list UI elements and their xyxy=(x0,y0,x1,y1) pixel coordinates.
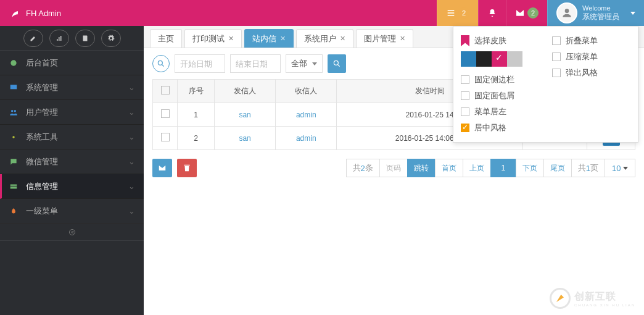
tab-2[interactable]: 站内信✕ xyxy=(244,29,294,48)
svg-point-9 xyxy=(334,61,338,65)
sidebar-item-label: 一级菜单 xyxy=(26,206,58,217)
sidebar-item-label: 系统工具 xyxy=(26,132,58,143)
opt-collapse-menu[interactable]: 折叠菜单 xyxy=(552,33,631,49)
pager-first[interactable]: 首页 xyxy=(435,159,463,177)
pager-last[interactable]: 尾页 xyxy=(543,159,572,177)
shortcut-book[interactable] xyxy=(75,30,95,47)
col-1: 序号 xyxy=(178,80,215,103)
shortcut-stats[interactable] xyxy=(49,30,69,47)
search-icon xyxy=(332,59,341,68)
checkbox-icon xyxy=(461,107,469,116)
brand[interactable]: FH Admin xyxy=(0,7,71,19)
refresh-button[interactable] xyxy=(152,55,170,72)
shortcut-bar xyxy=(0,26,144,51)
skin-label: 选择皮肤 xyxy=(474,35,506,46)
sidebar-item-label: 后台首页 xyxy=(26,57,58,69)
sidebar-item-5[interactable]: 信息管理⌄ xyxy=(0,174,144,199)
shortcut-edit[interactable] xyxy=(23,30,43,47)
bookmark-icon xyxy=(461,35,469,46)
svg-rect-2 xyxy=(10,85,17,89)
skin-row: 选择皮肤 xyxy=(461,33,540,49)
opt-popup-style[interactable]: 弹出风格 xyxy=(552,65,631,81)
cell-from[interactable]: san xyxy=(215,127,276,150)
settings-popover: 选择皮肤 固定侧边栏 固定面包屑 菜单居左 居中风格 折叠菜单 压缩菜单 弹出风… xyxy=(453,26,638,143)
caret-down-icon xyxy=(623,167,628,170)
svg-point-3 xyxy=(11,109,14,112)
settings-col-right: 折叠菜单 压缩菜单 弹出风格 xyxy=(552,33,631,136)
brand-text: FH Admin xyxy=(26,9,61,18)
checkbox-icon[interactable] xyxy=(161,109,170,118)
tasks-badge: 2 xyxy=(458,7,469,19)
swatch-dark[interactable] xyxy=(476,51,492,67)
pager-prev[interactable]: 上页 xyxy=(463,159,491,177)
swatch-grey[interactable] xyxy=(507,51,522,67)
pager-pages: 共1页 xyxy=(571,159,605,177)
search-icon xyxy=(157,59,165,68)
opt-compact-menu[interactable]: 压缩菜单 xyxy=(552,49,631,65)
welcome-block: Welcome 系统管理员 xyxy=(582,4,619,22)
tab-4[interactable]: 图片管理✕ xyxy=(356,29,413,48)
desk-icon xyxy=(9,83,19,93)
opt-fixed-breadcrumb[interactable]: 固定面包屑 xyxy=(461,88,540,104)
welcome-label: Welcome xyxy=(582,4,619,12)
sidebar-item-0[interactable]: 后台首页 xyxy=(0,51,144,75)
tab-3[interactable]: 系统用户✕ xyxy=(296,29,353,48)
pager-next[interactable]: 下页 xyxy=(516,159,544,177)
close-icon[interactable]: ✕ xyxy=(228,35,234,43)
start-date-input[interactable] xyxy=(175,54,225,73)
close-icon[interactable]: ✕ xyxy=(400,35,405,43)
swatch-blue[interactable] xyxy=(461,51,476,67)
search-button[interactable] xyxy=(328,54,346,73)
end-date-input[interactable] xyxy=(230,54,281,73)
cell-from[interactable]: san xyxy=(215,103,276,127)
sidebar-collapse[interactable] xyxy=(0,224,144,241)
pager-size-select[interactable]: 10 xyxy=(605,159,635,177)
shortcut-settings[interactable] xyxy=(101,30,121,47)
pager-total: 共2条 xyxy=(346,159,380,177)
chevron-down-icon: ⌄ xyxy=(128,132,135,141)
pager: 共2条 跳转 首页 上页 1 下页 尾页 共1页 10 xyxy=(347,159,635,177)
close-icon[interactable]: ✕ xyxy=(340,35,345,43)
sidebar-item-6[interactable]: 一级菜单⌄ xyxy=(0,199,144,224)
checkbox-icon[interactable] xyxy=(161,86,170,94)
filter-select[interactable]: 全部 xyxy=(286,54,323,73)
sidebar-item-label: 信息管理 xyxy=(26,181,58,192)
opt-menu-left[interactable]: 菜单居左 xyxy=(461,104,540,120)
cell-to[interactable]: admin xyxy=(276,103,337,127)
opt-center-style[interactable]: 居中风格 xyxy=(461,120,540,136)
close-icon[interactable]: ✕ xyxy=(280,35,286,43)
messages-badge: 2 xyxy=(527,7,539,19)
role-label: 系统管理员 xyxy=(582,12,619,21)
envelope-icon xyxy=(515,8,525,18)
sidebar-item-3[interactable]: 系统工具⌄ xyxy=(0,125,144,149)
tasks-button[interactable]: 2 xyxy=(437,0,478,26)
chat-icon xyxy=(9,157,19,167)
opt-fixed-sidebar[interactable]: 固定侧边栏 xyxy=(461,72,540,88)
cell-no: 1 xyxy=(178,103,215,127)
alerts-button[interactable] xyxy=(478,0,506,26)
checkbox-icon[interactable] xyxy=(161,133,170,141)
swatch-pink[interactable] xyxy=(492,51,507,67)
sidebar-item-2[interactable]: 用户管理⌄ xyxy=(0,100,144,125)
cell-to[interactable]: admin xyxy=(276,127,337,150)
avatar xyxy=(556,2,577,23)
tab-0[interactable]: 主页 xyxy=(150,29,182,48)
list-icon xyxy=(446,8,456,18)
tab-label: 站内信 xyxy=(252,33,276,44)
delete-button[interactable] xyxy=(177,159,197,177)
skin-swatches xyxy=(461,51,540,67)
svg-point-5 xyxy=(12,136,15,138)
sidebar-item-4[interactable]: 微信管理⌄ xyxy=(0,149,144,174)
compose-button[interactable] xyxy=(152,159,172,177)
svg-point-0 xyxy=(565,9,569,13)
sidebar-item-1[interactable]: 系统管理⌄ xyxy=(0,75,144,100)
pager-jump[interactable]: 跳转 xyxy=(407,159,436,177)
sidebar-menu: 后台首页系统管理⌄用户管理⌄系统工具⌄微信管理⌄信息管理⌄一级菜单⌄ xyxy=(0,51,144,224)
col-2: 发信人 xyxy=(215,80,276,103)
messages-button[interactable]: 2 xyxy=(506,0,547,26)
pager-page-input[interactable] xyxy=(379,159,408,177)
tab-1[interactable]: 打印测试✕ xyxy=(184,29,242,48)
col-3: 收信人 xyxy=(276,80,337,103)
envelope-icon xyxy=(158,164,167,172)
user-menu[interactable]: Welcome 系统管理员 xyxy=(547,0,644,26)
